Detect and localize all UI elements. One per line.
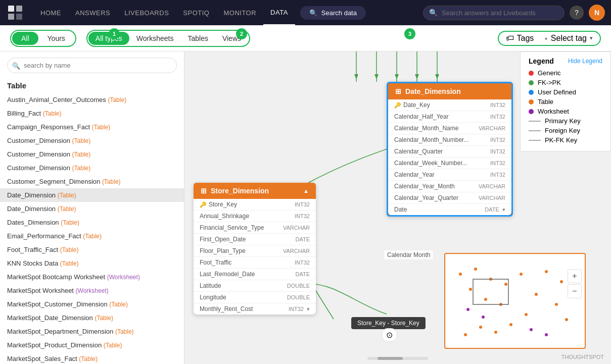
worksheet-dot: [529, 109, 534, 114]
table-row: Floor_Plan_Type VARCHAR: [194, 245, 316, 257]
list-item[interactable]: Customer_Dimension (Table): [0, 147, 184, 161]
nav-home[interactable]: HOME: [33, 0, 68, 25]
user-avatar[interactable]: N: [589, 5, 605, 21]
tags-section[interactable]: 🏷 Tags ● Select tag ▾: [498, 31, 601, 46]
nav-spotiq[interactable]: SPOTIQ: [176, 0, 216, 25]
list-item[interactable]: MarketSpot_Customer_Dimension (Table): [0, 297, 184, 311]
svg-point-17: [474, 268, 477, 271]
list-item[interactable]: Date_Dimension (Table): [0, 202, 184, 216]
legend-item-table: Table: [529, 98, 602, 106]
list-item[interactable]: MarketSpot_Sales_Fact (Table): [0, 352, 184, 364]
mini-map[interactable]: [444, 253, 586, 349]
date-dimension-header: ⊞ Date_Dimension: [388, 83, 511, 99]
table-row: Annual_Shrinkage INT32: [194, 211, 316, 222]
svg-point-29: [565, 318, 568, 321]
help-button[interactable]: ?: [570, 6, 584, 20]
view-tab-group: All Yours: [10, 30, 76, 47]
svg-marker-11: [374, 74, 379, 79]
svg-point-33: [464, 333, 467, 336]
table-dot: [529, 99, 534, 105]
svg-marker-13: [415, 74, 419, 79]
navbar-right: 🔍 ? N: [418, 5, 605, 21]
list-item[interactable]: Email_Performance_Fact (Table): [0, 229, 184, 243]
table-row: Date DATE ▾: [388, 204, 511, 215]
logo[interactable]: [6, 4, 24, 22]
main-content: 🔍 Table Austin_Animal_Center_Outcomes (T…: [0, 51, 611, 364]
list-item[interactable]: MarketSpot_Product_Dimension (Table): [0, 338, 184, 352]
list-item[interactable]: Billing_Fact (Table): [0, 107, 184, 120]
thoughtspot-branding: THOUGHTSPOT: [561, 354, 604, 360]
svg-point-35: [482, 316, 485, 319]
nav-monitor[interactable]: MONITOR: [216, 0, 263, 25]
nav-data[interactable]: DATA: [263, 0, 295, 25]
navbar: HOME ANSWERS LIVEBOARDS SPOTIQ MONITOR D…: [0, 0, 611, 25]
list-item[interactable]: Customer_Segment_Dimension (Table): [0, 175, 184, 188]
type-tab-worksheets[interactable]: Worksheets: [129, 32, 181, 45]
zoom-out-button[interactable]: −: [568, 284, 582, 298]
table-row: 🔑Store_Key INT32: [194, 199, 316, 211]
list-item[interactable]: KNN Stocks Data (Table): [0, 256, 184, 270]
sidebar-search-input[interactable]: [7, 58, 177, 73]
list-item-date-dimension[interactable]: Date_Dimension (Table): [0, 188, 184, 202]
svg-rect-3: [8, 14, 14, 20]
list-item[interactable]: Customer_Dimension (Table): [0, 134, 184, 147]
schema-canvas[interactable]: ⊞ Date_Dimension 🔑Date_Key INT32 Calenda…: [184, 51, 611, 364]
zoom-in-button[interactable]: +: [568, 269, 582, 283]
table-row: Financial_Service_Type VARCHAR: [194, 222, 316, 234]
table-row: Calendar_Year INT32: [388, 169, 511, 181]
list-item[interactable]: Campaign_Responses_Fact (Table): [0, 120, 184, 134]
svg-point-20: [504, 283, 507, 286]
type-tab-tables[interactable]: Tables: [180, 32, 215, 45]
table-row: Calendar_Month_Name VARCHAR: [388, 123, 511, 134]
search-liveboards-wrap: 🔍: [423, 6, 565, 20]
table-row: Longitude DOUBLE: [194, 292, 316, 303]
svg-point-31: [494, 331, 497, 334]
table-row: Calendar_Year_Quarter VARCHAR: [388, 192, 511, 204]
legend-item-primary-key: Primary Key: [529, 117, 602, 125]
list-item[interactable]: MarketSpot_Department_Dimension (Table): [0, 325, 184, 338]
connection-badge: ⊙: [382, 328, 397, 342]
hide-legend-button[interactable]: Hide Legend: [568, 58, 602, 65]
list-item[interactable]: MarketSpot_Date_Dimension (Table): [0, 311, 184, 325]
search-liveboards-icon: 🔍: [429, 9, 438, 17]
table-row: Calendar_Quarter INT32: [388, 146, 511, 158]
canvas-scrollbar-thumb: [378, 357, 403, 360]
list-item-bootcamp-ws[interactable]: MarketSpot Bootcamp Worksheet (Worksheet…: [0, 270, 184, 284]
svg-rect-2: [16, 6, 22, 12]
nav-answers[interactable]: ANSWERS: [68, 0, 117, 25]
legend-item-user-defined: User Defined: [529, 88, 602, 96]
canvas-horizontal-scrollbar[interactable]: [367, 357, 428, 360]
store-dimension-card: ⊞ Store_Dimension ▲ 🔑Store_Key INT32 Ann…: [194, 183, 316, 315]
tab-yours[interactable]: Yours: [38, 32, 74, 45]
list-item-marketspot-ws[interactable]: MarketSpot Worksheet (Worksheet): [0, 284, 184, 297]
select-tag-label: Select tag: [551, 34, 587, 43]
badge-2: 2: [236, 28, 247, 39]
legend-title: Legend: [529, 57, 554, 65]
svg-rect-4: [16, 14, 22, 20]
legend-box: Legend Hide Legend Generic FK->PK User D…: [520, 51, 611, 151]
badge-3: 3: [404, 28, 415, 39]
tags-label: Tags: [517, 34, 534, 43]
sidebar: 🔍 Table Austin_Animal_Center_Outcomes (T…: [0, 51, 184, 364]
table-row: Latitude DOUBLE: [194, 280, 316, 292]
svg-point-37: [530, 328, 533, 331]
svg-point-26: [535, 293, 538, 296]
sidebar-section-title: Table: [0, 77, 184, 93]
list-item[interactable]: Austin_Animal_Center_Outcomes (Table): [0, 93, 184, 107]
list-item[interactable]: Foot_Traffic_Fact (Table): [0, 243, 184, 256]
zoom-controls: + −: [568, 269, 582, 298]
svg-point-16: [459, 273, 462, 276]
nav-liveboards[interactable]: LIVEBOARDS: [117, 0, 176, 25]
search-data-button[interactable]: 🔍 Search data: [300, 6, 366, 20]
svg-rect-38: [473, 279, 508, 304]
list-item[interactable]: Customer_Dimension (Table): [0, 161, 184, 175]
svg-point-24: [545, 270, 548, 273]
svg-point-28: [555, 303, 558, 306]
sidebar-search: 🔍: [0, 51, 184, 77]
list-item[interactable]: Dates_Dimension (Table): [0, 216, 184, 229]
tab-all[interactable]: All: [12, 32, 38, 45]
svg-rect-1: [8, 6, 14, 12]
svg-point-36: [545, 333, 548, 336]
svg-marker-14: [435, 74, 439, 79]
search-liveboards-input[interactable]: [423, 6, 565, 20]
